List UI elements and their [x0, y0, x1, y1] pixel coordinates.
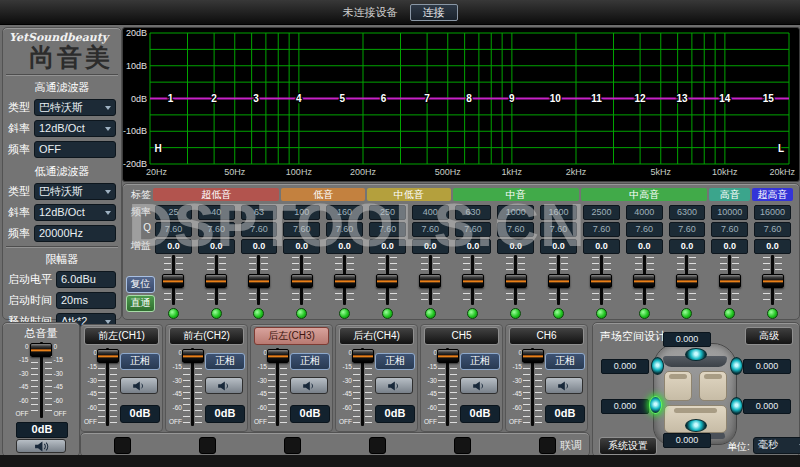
- eq-freq-value-10[interactable]: 1600: [540, 205, 577, 220]
- eq-fader-track-9[interactable]: [514, 255, 517, 305]
- channel-fader-thumb-5[interactable]: [437, 349, 459, 363]
- delay-front-left-value[interactable]: 0.000: [601, 359, 649, 374]
- eq-freq-value-14[interactable]: 10000: [711, 205, 748, 220]
- eq-fader-track-1[interactable]: [172, 255, 175, 305]
- channel-fader-thumb-6[interactable]: [522, 349, 544, 363]
- eq-fader-track-14[interactable]: [728, 255, 731, 305]
- eq-q-value-4[interactable]: 7.60: [283, 222, 320, 237]
- eq-point-12[interactable]: 12: [635, 93, 647, 104]
- eq-point-1[interactable]: 1: [168, 93, 174, 104]
- eq-gain-value-3[interactable]: 0.0: [241, 239, 278, 254]
- eq-freq-value-11[interactable]: 2500: [583, 205, 620, 220]
- eq-fader-track-4[interactable]: [300, 255, 303, 305]
- phase-button-2[interactable]: 正相: [205, 353, 245, 370]
- channel-fader-track-5[interactable]: [446, 348, 449, 426]
- delay-rear-value[interactable]: 0.000: [663, 433, 711, 448]
- eq-gain-value-15[interactable]: 0.0: [754, 239, 791, 254]
- channel-select-button-4[interactable]: 后右(CH4): [339, 327, 414, 345]
- eq-point-4[interactable]: 4: [296, 93, 302, 104]
- eq-point-11[interactable]: 11: [591, 93, 602, 104]
- eq-fader-track-8[interactable]: [471, 255, 474, 305]
- channel-fader-track-6[interactable]: [531, 348, 534, 426]
- eq-freq-value-8[interactable]: 630: [455, 205, 492, 220]
- eq-point-6[interactable]: 6: [381, 93, 387, 104]
- channel-fader-track-4[interactable]: [361, 348, 364, 426]
- eq-gain-value-4[interactable]: 0.0: [283, 239, 320, 254]
- eq-point-3[interactable]: 3: [253, 93, 259, 104]
- channel-slider-2[interactable]: 0-15-30-45-60OFF: [168, 348, 204, 426]
- eq-fader-thumb-9[interactable]: [505, 274, 527, 288]
- eq-q-value-2[interactable]: 7.60: [198, 222, 235, 237]
- speaker-front-left-icon[interactable]: [651, 357, 664, 375]
- eq-fader-thumb-13[interactable]: [676, 274, 698, 288]
- eq-gain-value-7[interactable]: 0.0: [412, 239, 449, 254]
- eq-fader-track-12[interactable]: [643, 255, 646, 305]
- eq-q-value-10[interactable]: 7.60: [540, 222, 577, 237]
- delay-front-right-value[interactable]: 0.000: [743, 359, 791, 374]
- eq-freq-value-4[interactable]: 100: [283, 205, 320, 220]
- eq-q-value-13[interactable]: 7.60: [669, 222, 706, 237]
- hpf-type-select[interactable]: 巴特沃斯: [34, 99, 116, 116]
- eq-q-value-12[interactable]: 7.60: [626, 222, 663, 237]
- connect-button[interactable]: 连接: [410, 4, 458, 21]
- channel-fader-thumb-1[interactable]: [97, 349, 119, 363]
- phase-button-6[interactable]: 正相: [545, 353, 585, 370]
- eq-point-13[interactable]: 13: [677, 93, 689, 104]
- speaker-front-icon[interactable]: [685, 348, 707, 361]
- phase-button-3[interactable]: 正相: [290, 353, 330, 370]
- eq-frequency-response-graph[interactable]: 20dB10dB0dB-10dB-20dB20Hz50Hz100Hz200Hz5…: [122, 27, 800, 182]
- eq-gain-value-10[interactable]: 0.0: [540, 239, 577, 254]
- eq-fader-thumb-5[interactable]: [334, 274, 356, 288]
- channel-fader-track-1[interactable]: [106, 348, 109, 426]
- delay-rear-left-value[interactable]: 0.000: [601, 399, 649, 414]
- eq-q-value-1[interactable]: 7.60: [155, 222, 192, 237]
- hpf-slope-select[interactable]: 12dB/Oct: [34, 120, 116, 137]
- eq-fader-track-6[interactable]: [386, 255, 389, 305]
- channel-mute-button-5[interactable]: [460, 377, 498, 394]
- eq-q-value-3[interactable]: 7.60: [241, 222, 278, 237]
- eq-gain-value-6[interactable]: 0.0: [369, 239, 406, 254]
- channel-fader-track-3[interactable]: [276, 348, 279, 426]
- master-volume-slider[interactable]: 0-15-30-45-60OFF 0-15-30-45-60OFF: [8, 342, 74, 418]
- channel-fader-track-2[interactable]: [191, 348, 194, 426]
- eq-fader-thumb-12[interactable]: [633, 274, 655, 288]
- eq-fader-track-7[interactable]: [429, 255, 432, 305]
- channel-slider-1[interactable]: 0-15-30-45-60OFF: [83, 348, 119, 426]
- eq-q-value-15[interactable]: 7.60: [754, 222, 791, 237]
- eq-graph-canvas[interactable]: 20dB10dB0dB-10dB-20dB20Hz50Hz100Hz200Hz5…: [123, 28, 797, 179]
- eq-q-value-5[interactable]: 7.60: [326, 222, 363, 237]
- eq-fader-thumb-7[interactable]: [419, 274, 441, 288]
- eq-reset-button[interactable]: 复位: [126, 276, 155, 293]
- eq-freq-value-6[interactable]: 250: [369, 205, 406, 220]
- channel-mute-button-1[interactable]: [120, 377, 158, 394]
- eq-fader-track-3[interactable]: [257, 255, 260, 305]
- eq-point-9[interactable]: 9: [509, 93, 515, 104]
- limiter-attack-input[interactable]: 20ms: [56, 292, 116, 309]
- master-fader-track[interactable]: [40, 342, 43, 418]
- phase-button-4[interactable]: 正相: [375, 353, 415, 370]
- delay-front-value[interactable]: 0.000: [663, 332, 711, 347]
- eq-fader-thumb-4[interactable]: [291, 274, 313, 288]
- lpf-freq-input[interactable]: 20000Hz: [34, 225, 116, 242]
- eq-fader-track-10[interactable]: [557, 255, 560, 305]
- eq-gain-value-9[interactable]: 0.0: [497, 239, 534, 254]
- system-settings-button[interactable]: 系统设置: [599, 437, 657, 455]
- eq-freq-value-5[interactable]: 160: [326, 205, 363, 220]
- channel-select-button-6[interactable]: CH6: [509, 327, 584, 345]
- eq-point-14[interactable]: 14: [719, 93, 731, 104]
- eq-q-value-7[interactable]: 7.60: [412, 222, 449, 237]
- eq-fader-track-13[interactable]: [685, 255, 688, 305]
- channel-mute-button-3[interactable]: [290, 377, 328, 394]
- eq-gain-value-5[interactable]: 0.0: [326, 239, 363, 254]
- eq-point-15[interactable]: 15: [763, 93, 775, 104]
- eq-freq-value-13[interactable]: 6300: [669, 205, 706, 220]
- speaker-rear-right-icon[interactable]: [730, 397, 743, 415]
- eq-q-value-14[interactable]: 7.60: [711, 222, 748, 237]
- eq-point-5[interactable]: 5: [340, 93, 346, 104]
- channel-slider-5[interactable]: 0-15-30-45-60OFF: [423, 348, 459, 426]
- eq-fader-thumb-2[interactable]: [205, 274, 227, 288]
- eq-freq-value-12[interactable]: 4000: [626, 205, 663, 220]
- eq-gain-value-8[interactable]: 0.0: [455, 239, 492, 254]
- channel-slider-4[interactable]: 0-15-30-45-60OFF: [338, 348, 374, 426]
- link-checkbox-2[interactable]: [199, 437, 216, 454]
